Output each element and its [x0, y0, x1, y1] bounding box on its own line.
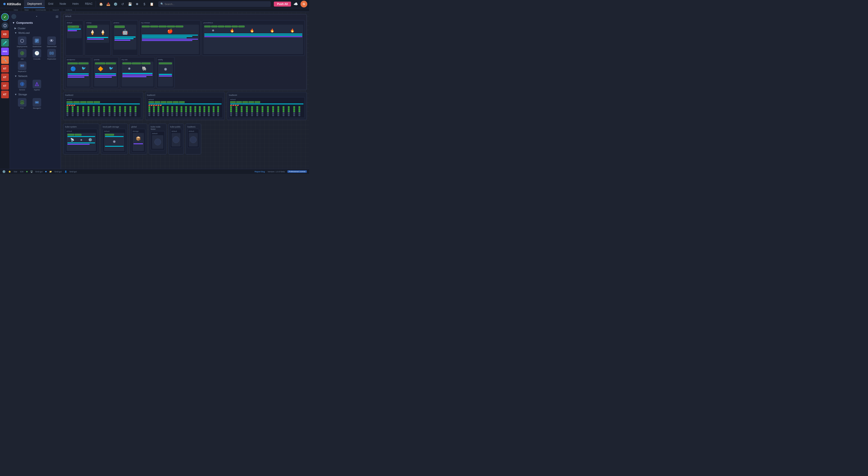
- workload-label: WorkLoad: [18, 31, 30, 34]
- ns-card-default[interactable]: default deploy: [65, 20, 83, 56]
- kkd-label: KKD: [3, 50, 7, 53]
- ns-card-my-release[interactable]: my-release: [140, 20, 200, 56]
- search-bar[interactable]: 🔍: [158, 1, 271, 7]
- kube-node-lease-label: kube-node-lease: [151, 126, 165, 130]
- log-icon[interactable]: 📋: [149, 1, 155, 7]
- ns-card-wildfly[interactable]: wildfly ⎈: [156, 57, 175, 88]
- loadtest2-pods: [66, 106, 140, 116]
- flask-icon: 🧪: [3, 41, 7, 45]
- mini-canvas-prometheus: ⎈ 🔥 🔥 🔥 🔥: [204, 25, 303, 54]
- settings-gear-icon[interactable]: ⚙️: [2, 170, 6, 173]
- sidebar-item-tools[interactable]: 🔧: [1, 56, 9, 64]
- components-header[interactable]: ▼ Components: [10, 20, 61, 26]
- ns-group-default: default default deploy: [63, 14, 307, 90]
- search-input[interactable]: [164, 3, 269, 5]
- sidebar-item-flask[interactable]: 🧪: [1, 39, 9, 47]
- component-statefulset[interactable]: StatefulSet: [30, 36, 43, 48]
- filter-icon[interactable]: ⊟: [56, 15, 58, 18]
- svg-rect-9: [21, 65, 22, 66]
- workload-section[interactable]: ▼ WorkLoad: [10, 31, 61, 35]
- ns-card-crossy[interactable]: crossy 🍦 🍦: [85, 20, 111, 56]
- sidebar-item-check[interactable]: ✓: [1, 13, 9, 21]
- sidebar-item-kd[interactable]: KD: [1, 30, 9, 38]
- storagecl-label: StorageCl: [33, 107, 41, 109]
- job-icon: J: [18, 49, 27, 58]
- avatar-sidebar: ✓ ⬡ KD 🧪 KKD 🔧 KT KT KT KT: [0, 12, 10, 169]
- component-daemonset[interactable]: 👁 DaemonSet: [45, 36, 58, 48]
- save-icon[interactable]: 💾: [127, 1, 133, 7]
- kube-public-default-label: default: [172, 130, 181, 132]
- network-section[interactable]: ▼ Network: [10, 74, 61, 78]
- plugin-icon[interactable]: ✱: [134, 1, 140, 7]
- workload-grid: ⬡ Deployments StatefulSet 👁 DaemonSet J …: [10, 35, 61, 74]
- tab-deployment[interactable]: Deployment: [24, 0, 45, 8]
- component-pvc[interactable]: PVC: [16, 98, 29, 109]
- deployments-icon: ⬡: [18, 36, 27, 45]
- ns-card-jenkins[interactable]: jenkins 🤖: [112, 20, 138, 56]
- cloud-icon[interactable]: ☁️: [292, 1, 299, 7]
- component-replicactl[interactable]: ReplicaCtl: [16, 61, 29, 72]
- svg-point-12: [22, 83, 23, 85]
- app-name: K8Studio: [7, 2, 21, 6]
- ns-card-prometheus[interactable]: prometheus: [202, 20, 305, 56]
- refresh-icon[interactable]: ↺: [120, 1, 126, 7]
- terminal-icon[interactable]: $: [141, 1, 148, 7]
- replicactl-icon: [18, 61, 27, 70]
- sidebar-item-kkd[interactable]: KKD: [1, 48, 9, 55]
- local-path-storage-label: local-path-storage: [103, 126, 126, 128]
- ns-card-wordpress[interactable]: wordpress 🔵 🐦: [65, 57, 91, 88]
- tab-node[interactable]: Node: [56, 0, 69, 8]
- pvc-icon: [18, 98, 27, 107]
- tab-grid[interactable]: Grid: [45, 0, 56, 8]
- tools-icon: 🔧: [3, 58, 7, 62]
- grid-icon: ⬡: [2, 22, 8, 29]
- main-actions: 🏠 📤 ⚙️ ↺ 💾 ✱ $ 📋: [96, 1, 157, 7]
- ns-default-row1: default deploy: [65, 20, 305, 56]
- tab-rbac[interactable]: RBAC: [82, 0, 96, 8]
- ns-kube-node-lease: kube-node-lease default: [149, 124, 167, 154]
- loadtest2-default: default: [65, 97, 141, 118]
- mini-canvas-wildfly: ⎈: [158, 62, 173, 87]
- user-avatar[interactable]: G: [301, 1, 307, 7]
- component-service[interactable]: Service: [16, 80, 29, 91]
- home-icon[interactable]: 🏠: [98, 1, 104, 7]
- search-label: Search: [49, 9, 62, 11]
- settings-icon[interactable]: ⚙️: [112, 1, 119, 7]
- loadtest3-pods: [149, 106, 222, 116]
- sidebar-item-kt1[interactable]: KT: [1, 65, 9, 72]
- ns-card-joomla[interactable]: joomla 🔶 🐦: [93, 57, 119, 88]
- daemonset-label: DaemonSet: [47, 46, 56, 48]
- component-ingress[interactable]: Ingress: [30, 80, 43, 91]
- cluster-dot: [26, 171, 28, 172]
- sidebar-item-kt2[interactable]: KT: [1, 73, 9, 81]
- sidebar-item-kt3[interactable]: KT: [1, 82, 9, 90]
- push-all-button[interactable]: Push All: [274, 2, 291, 6]
- upload-icon[interactable]: 📤: [105, 1, 111, 7]
- storage-section[interactable]: ▼ Storage: [10, 92, 61, 97]
- version-label: Version: 1.0.0-beta: [268, 171, 285, 173]
- ns-default-row2: wordpress 🔵 🐦: [65, 57, 305, 88]
- namespace-icon: 📁: [49, 171, 52, 173]
- sidebar-item-kt4[interactable]: KT: [1, 91, 9, 98]
- loadtest4-pods: [230, 106, 304, 116]
- mini-canvas-wordpress: 🔵 🐦: [67, 62, 90, 87]
- ns-card-wildfly-label: wildfly: [158, 59, 173, 61]
- ns-default-label: default: [65, 15, 71, 18]
- main-canvas[interactable]: default default deploy: [61, 12, 309, 169]
- cluster-section[interactable]: ▶ Cluster: [10, 26, 61, 31]
- component-storagecl[interactable]: StorageCl: [30, 98, 43, 109]
- main-layout: ✓ ⬡ KD 🧪 KKD 🔧 KT KT KT KT: [0, 12, 309, 169]
- component-replicaset[interactable]: ReplicaSet: [45, 49, 58, 60]
- replicaset-label: ReplicaSet: [47, 58, 56, 60]
- components-label: Components: [16, 21, 33, 25]
- sidebar-item-grid[interactable]: ⬡: [1, 22, 9, 29]
- component-deployments[interactable]: ⬡ Deployments: [16, 36, 29, 48]
- tab-helm[interactable]: Helm: [69, 0, 82, 8]
- loadtest2-default-label: default: [66, 98, 140, 100]
- ns-card-my-odo[interactable]: my-odo ⎈ 🐘: [120, 57, 155, 88]
- component-cronjob[interactable]: 🕐 CronJob: [30, 49, 43, 60]
- component-job[interactable]: J Job: [16, 49, 29, 60]
- report-bug-link[interactable]: Report Bug: [254, 171, 265, 173]
- replicactl-label: ReplicaCtl: [18, 70, 26, 72]
- ns-card-my-release-label: my-release: [141, 22, 199, 24]
